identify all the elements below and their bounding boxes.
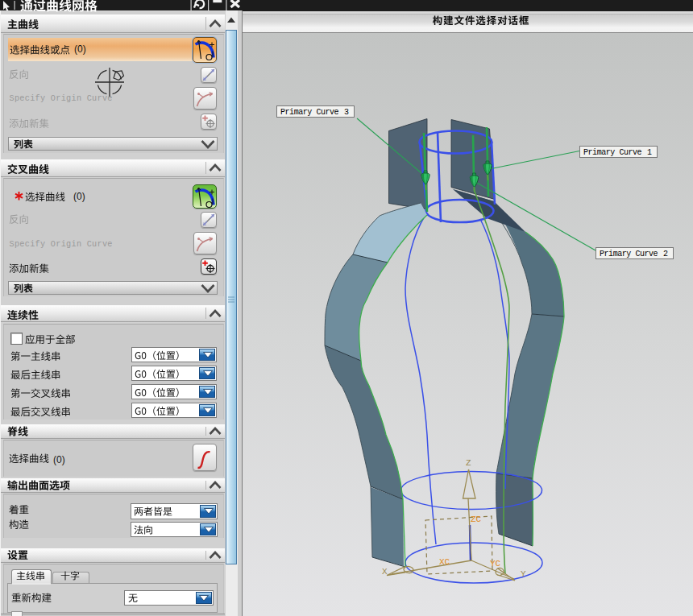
svg-text:Primary Curve: Primary Curve [583,148,642,157]
svg-text:1: 1 [647,148,652,157]
svg-text:Primary Curve: Primary Curve [600,250,658,258]
svg-text:Z: Z [466,458,471,468]
svg-text:XC: XC [439,557,450,567]
svg-text:X: X [382,567,388,577]
svg-text:ZC: ZC [471,515,482,524]
svg-text:Y: Y [521,569,526,579]
svg-text:2: 2 [663,250,668,258]
svg-text:3: 3 [344,108,349,117]
svg-text:Primary Curve: Primary Curve [280,108,339,117]
svg-text:YC: YC [490,559,501,568]
